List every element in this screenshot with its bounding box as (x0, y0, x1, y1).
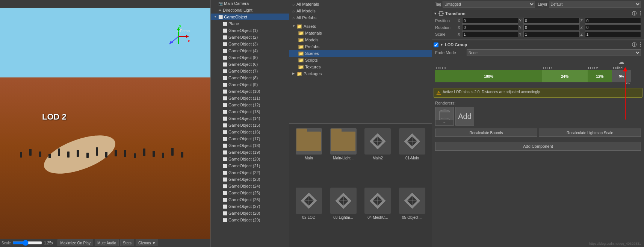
hierarchy-item-gameobject--14-[interactable]: ⬜GameObject (14) (211, 115, 289, 122)
hierarchy-item-gameobject--12-[interactable]: ⬜GameObject (12) (211, 102, 289, 108)
lod1-pct: 24% (561, 74, 568, 79)
hierarchy-item-gameobject--20-[interactable]: ⬜GameObject (20) (211, 156, 289, 162)
hierarchy-item-gameobject--23-[interactable]: ⬜GameObject (23) (211, 176, 289, 183)
hierarchy-item-gameobject--25-[interactable]: ⬜GameObject (25) (211, 189, 289, 196)
hierarchy-item-gameobject--3-[interactable]: ⬜GameObject (3) (211, 41, 289, 47)
hierarchy-item-gameobject--28-[interactable]: ⬜GameObject (28) (211, 210, 289, 217)
lod-group-enable-checkbox[interactable] (434, 42, 438, 47)
mute-audio-button[interactable]: Mute Audio (95, 239, 119, 246)
hierarchy-item-gameobject--13-[interactable]: ⬜GameObject (13) (211, 108, 289, 115)
hierarchy-item-gameobject--8-[interactable]: ⬜GameObject (8) (211, 74, 289, 81)
hierarchy-item-gameobject--5-[interactable]: ⬜GameObject (5) (211, 54, 289, 61)
asset-main-light[interactable]: Main-Light... (327, 127, 360, 185)
hierarchy-item-gameobject--18-[interactable]: ⬜GameObject (18) (211, 142, 289, 149)
sx-axis-label: X (458, 32, 461, 36)
position-label: Position (435, 18, 458, 23)
hierarchy-item-gameobject--22-[interactable]: ⬜GameObject (22) (211, 169, 289, 176)
hierarchy-item-main-camera[interactable]: 📷Main Camera (211, 0, 289, 7)
hierarchy-item-plane[interactable]: ⬜Plane (211, 20, 289, 27)
scale-slider[interactable] (12, 241, 42, 245)
hierarchy-item-gameobject--9-[interactable]: ⬜GameObject (9) (211, 81, 289, 88)
hierarchy-arrow (214, 8, 218, 12)
scale-z-input[interactable] (585, 31, 641, 37)
hierarchy-arrow (218, 218, 222, 222)
scale-x-input[interactable] (462, 31, 518, 37)
hierarchy-arrow (218, 150, 222, 154)
folder-scenes[interactable]: 📁 Scenes (289, 50, 432, 57)
filter-all-materials[interactable]: ⌕ All Materials (289, 1, 432, 8)
hierarchy-item-gameobject--4-[interactable]: ⬜GameObject (4) (211, 47, 289, 54)
hierarchy-item-gameobject--27-[interactable]: ⬜GameObject (27) (211, 203, 289, 210)
asset-05-object[interactable]: 05-Object ... (396, 186, 429, 244)
rotation-x-input[interactable] (462, 24, 518, 30)
folder-prefabs[interactable]: 📁 Prefabs (289, 43, 432, 50)
rotation-z-input[interactable] (585, 24, 641, 30)
asset-02-lod[interactable]: 02-LOD (292, 186, 325, 244)
hierarchy-item-icon: ⬜ (223, 171, 227, 175)
recalculate-bounds-button[interactable]: Recalculate Bounds (435, 129, 537, 137)
folder-packages[interactable]: ▶ 📁 Packages (289, 70, 432, 77)
position-y-input[interactable] (523, 18, 579, 24)
hierarchy-item-gameobject--21-[interactable]: ⬜GameObject (21) (211, 162, 289, 169)
tag-layer-row: Tag Untagged Layer Default (432, 0, 644, 8)
folder-materials[interactable]: 📁 Materials (289, 30, 432, 36)
rotation-y-input[interactable] (523, 24, 579, 30)
lod-group-title: LOD Group (445, 42, 467, 47)
add-renderer-button[interactable]: Add (455, 107, 474, 126)
hierarchy-item-gameobject--1-[interactable]: ⬜GameObject (1) (211, 27, 289, 34)
scale-label-tf: Scale (435, 32, 458, 36)
asset-03-lightm[interactable]: 03-Lightm... (327, 186, 360, 244)
position-z-input[interactable] (585, 18, 641, 24)
recalculate-lightmap-button[interactable]: Recalculate Lightmap Scale (539, 129, 641, 137)
fade-mode-select[interactable]: None (467, 49, 641, 56)
asset-01-main[interactable]: 01-Main (396, 127, 429, 185)
hierarchy-item-gameobject--26-[interactable]: ⬜GameObject (26) (211, 196, 289, 203)
hierarchy-item-gameobject--29-[interactable]: ⬜GameObject (29) (211, 217, 289, 223)
asset-04-meshc[interactable]: 04-MeshC... (361, 186, 395, 244)
filter-all-prefabs[interactable]: ⌕ All Prefabs (289, 14, 432, 21)
filter-all-models[interactable]: ⌕ All Models (289, 8, 432, 14)
folder-scripts[interactable]: 📁 Scripts (289, 57, 432, 64)
warning-box: ⚠ Active LOD bias is 2.0. Distances are … (434, 88, 642, 98)
hierarchy-item-gameobject--17-[interactable]: ⬜GameObject (17) (211, 135, 289, 142)
hierarchy-item-label: GameObject (9) (228, 82, 258, 87)
hierarchy-item-directional-light[interactable]: ☀Directional Light (211, 7, 289, 14)
maximize-on-play-button[interactable]: Maximize On Play (57, 239, 93, 246)
renderer-minus-button[interactable]: − (435, 120, 454, 125)
hierarchy-item-gameobject--15-[interactable]: ⬜GameObject (15) (211, 122, 289, 129)
hierarchy-item-gameobject--16-[interactable]: ⬜GameObject (16) (211, 129, 289, 135)
lod-section-icons: ⓘ ⋮ (632, 42, 642, 48)
rotation-label: Rotation (435, 25, 458, 30)
lod0-bar[interactable]: 100% (435, 70, 542, 82)
folder-textures[interactable]: 📁 Textures (289, 64, 432, 70)
lod1-bar[interactable]: 24% (542, 70, 588, 82)
hierarchy-arrow: ▼ (214, 15, 218, 19)
folder-assets[interactable]: ▼ 📁 Assets (289, 23, 432, 30)
hierarchy-scroll[interactable]: 📷Main Camera☀Directional Light▼⬜GameObje… (211, 0, 289, 247)
icon-options2: ⋮ (638, 42, 642, 48)
hierarchy-item-gameobject--11-[interactable]: ⬜GameObject (11) (211, 95, 289, 102)
hierarchy-item-gameobject--2-[interactable]: ⬜GameObject (2) (211, 34, 289, 41)
asset-main2[interactable]: Main2 (361, 127, 395, 185)
stats-button[interactable]: Stats (120, 239, 134, 246)
gizmos-button[interactable]: Gizmos ▼ (136, 239, 159, 246)
hierarchy-item-gameobject--7-[interactable]: ⬜GameObject (7) (211, 68, 289, 74)
position-x-input[interactable] (462, 18, 518, 24)
lod-group-header[interactable]: ▼ LOD Group ⓘ ⋮ (432, 41, 644, 48)
culled-bar[interactable]: 5% (612, 70, 630, 82)
folder-models[interactable]: 📁 Models (289, 36, 432, 43)
lod2-bar[interactable]: 12% (588, 70, 612, 82)
tag-select[interactable]: Untagged (443, 1, 535, 8)
asset-main[interactable]: Main (292, 127, 325, 185)
transform-header[interactable]: ▼ Transform ⓘ ⋮ (432, 10, 644, 17)
hierarchy-item-gameobject--10-[interactable]: ⬜GameObject (10) (211, 88, 289, 95)
hierarchy-item-gameobject--24-[interactable]: ⬜GameObject (24) (211, 183, 289, 189)
add-component-button[interactable]: Add Component (435, 142, 641, 151)
hierarchy-item-gameobject--6-[interactable]: ⬜GameObject (6) (211, 61, 289, 68)
hierarchy-item-gameobject--19-[interactable]: ⬜GameObject (19) (211, 149, 289, 156)
hierarchy-item-label: GameObject (24) (228, 184, 260, 188)
lod-group-section: ▼ LOD Group ⓘ ⋮ Fade Mode None ☁ LOD 0 L (432, 39, 644, 140)
hierarchy-item-gameobject[interactable]: ▼⬜GameObject (211, 14, 289, 20)
layer-select[interactable]: Default (549, 1, 641, 8)
scale-y-input[interactable] (523, 31, 579, 37)
